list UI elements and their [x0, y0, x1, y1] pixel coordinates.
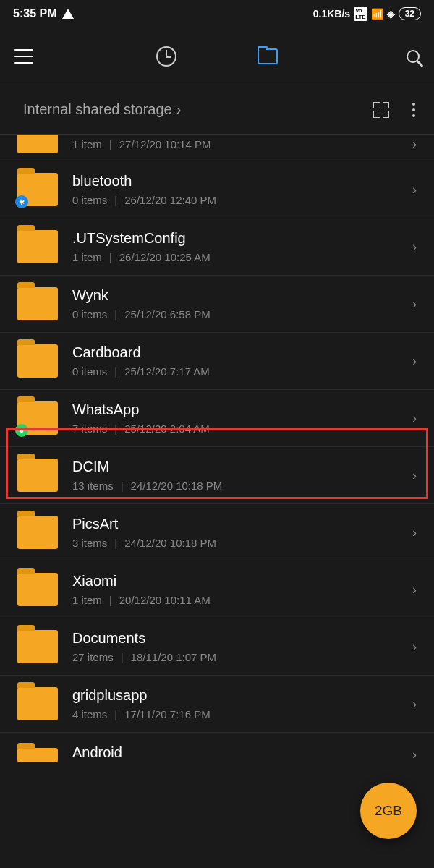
files-tab[interactable] [258, 48, 278, 64]
separator: | [114, 708, 117, 720]
chevron-right-icon: › [412, 182, 417, 197]
folder-date: 27/12/20 10:14 PM [119, 138, 211, 150]
folder-icon [17, 516, 58, 549]
chevron-right-icon: › [412, 411, 417, 426]
separator: | [114, 308, 117, 320]
folder-name: PicsArt [72, 516, 412, 532]
folder-item-count: 13 items [72, 480, 114, 492]
folder-icon: ● [17, 401, 58, 435]
breadcrumb-path: Internal shared storage [23, 101, 172, 118]
folder-item-count: 1 item [72, 138, 102, 150]
folder-info: bluetooth0 items|26/12/20 12:40 PM [72, 173, 412, 206]
folder-info: Android [72, 744, 412, 765]
folder-date: 26/12/20 12:40 PM [124, 194, 216, 206]
folder-name: Xiaomi [72, 573, 412, 590]
top-tab-bar [0, 27, 434, 85]
folder-row[interactable]: ●WhatsApp7 items|25/12/20 2:04 AM› [0, 390, 434, 447]
folder-name: gridplusapp [72, 687, 412, 704]
folder-date: 24/12/20 10:18 PM [124, 537, 216, 549]
signal-icon: 📶 [371, 8, 383, 20]
menu-button[interactable] [14, 49, 33, 64]
folder-meta: 0 items|25/12/20 6:58 PM [72, 308, 412, 320]
folder-info: Documents27 items|18/11/20 1:07 PM [72, 630, 412, 663]
folder-icon [17, 748, 58, 762]
separator: | [121, 480, 124, 492]
breadcrumb-bar: Internal shared storage › [0, 85, 434, 135]
battery-indicator: 32 [399, 7, 421, 20]
folder-icon [17, 287, 58, 320]
folder-info: Xiaomi1 item|20/12/20 10:11 AM [72, 573, 412, 606]
folder-row[interactable]: Wynk0 items|25/12/20 6:58 PM› [0, 276, 434, 333]
folder-item-count: 0 items [72, 365, 107, 378]
chevron-right-icon: › [412, 354, 417, 369]
folder-info: 1 item|27/12/20 10:14 PM [72, 138, 412, 150]
folder-date: 26/12/20 10:25 AM [119, 251, 210, 263]
folder-meta: 1 item|27/12/20 10:14 PM [72, 138, 412, 150]
status-time: 5:35 PM [13, 7, 56, 20]
folder-meta: 1 item|26/12/20 10:25 AM [72, 251, 412, 263]
folder-icon [17, 344, 58, 378]
folder-icon [17, 573, 58, 606]
folder-item-count: 27 items [72, 651, 114, 663]
volte-icon: VoLTE [354, 7, 367, 21]
folder-meta: 4 items|17/11/20 7:16 PM [72, 708, 412, 720]
folder-date: 25/12/20 6:58 PM [124, 308, 210, 320]
folder-info: Cardboard0 items|25/12/20 7:17 AM [72, 344, 412, 378]
chevron-right-icon: › [412, 582, 417, 597]
folder-icon [17, 687, 58, 720]
separator: | [109, 594, 112, 606]
folder-item-count: 1 item [72, 251, 102, 263]
separator: | [114, 422, 117, 435]
folder-meta: 0 items|25/12/20 7:17 AM [72, 365, 412, 378]
separator: | [114, 365, 117, 378]
chevron-right-icon: › [176, 101, 182, 118]
folder-info: PicsArt3 items|24/12/20 10:18 PM [72, 516, 412, 549]
chevron-right-icon: › [412, 697, 417, 712]
chevron-right-icon: › [412, 639, 417, 655]
separator: | [109, 138, 112, 150]
folder-name: Android [72, 744, 412, 761]
folder-info: DCIM13 items|24/12/20 10:18 PM [72, 459, 412, 492]
folder-item-count: 4 items [72, 708, 107, 720]
folder-item-count: 0 items [72, 194, 107, 206]
folder-row[interactable]: DCIM13 items|24/12/20 10:18 PM› [0, 447, 434, 504]
folder-info: gridplusapp4 items|17/11/20 7:16 PM [72, 687, 412, 720]
more-options-button[interactable] [412, 103, 415, 117]
notification-icon [62, 9, 74, 19]
separator: | [109, 251, 112, 263]
folder-row[interactable]: ✱bluetooth0 items|26/12/20 12:40 PM› [0, 161, 434, 218]
search-button[interactable] [407, 50, 420, 63]
folder-row[interactable]: .UTSystemConfig1 item|26/12/20 10:25 AM› [0, 218, 434, 276]
whatsapp-badge-icon: ● [15, 424, 28, 437]
separator: | [114, 537, 117, 549]
wifi-icon: ◈ [387, 8, 395, 20]
separator: | [114, 194, 117, 206]
folder-date: 20/12/20 10:11 AM [119, 594, 210, 606]
folder-row[interactable]: Android› [0, 733, 434, 765]
folder-row[interactable]: PicsArt3 items|24/12/20 10:18 PM› [0, 504, 434, 561]
folder-row[interactable]: gridplusapp4 items|17/11/20 7:16 PM› [0, 676, 434, 733]
folder-icon [17, 135, 58, 153]
chevron-right-icon: › [412, 468, 417, 483]
recent-tab[interactable] [156, 46, 176, 67]
folder-name: Cardboard [72, 344, 412, 361]
folder-meta: 3 items|24/12/20 10:18 PM [72, 537, 412, 549]
folder-meta: 27 items|18/11/20 1:07 PM [72, 651, 412, 663]
folder-date: 24/12/20 10:18 PM [131, 480, 223, 492]
folder-row[interactable]: Xiaomi1 item|20/12/20 10:11 AM› [0, 561, 434, 618]
storage-cleaner-fab[interactable]: 2GB [360, 783, 417, 839]
folder-row[interactable]: Cardboard0 items|25/12/20 7:17 AM› [0, 333, 434, 390]
folder-info: Wynk0 items|25/12/20 6:58 PM [72, 287, 412, 320]
folder-icon [17, 459, 58, 492]
folder-icon [17, 230, 58, 263]
folder-date: 25/12/20 7:17 AM [124, 365, 210, 378]
separator: | [121, 651, 124, 663]
folder-row[interactable]: 1 item|27/12/20 10:14 PM› [0, 135, 434, 161]
folder-row[interactable]: Documents27 items|18/11/20 1:07 PM› [0, 618, 434, 676]
grid-view-button[interactable] [373, 102, 389, 118]
breadcrumb[interactable]: Internal shared storage › [23, 101, 181, 118]
folder-name: bluetooth [72, 173, 412, 190]
folder-date: 25/12/20 2:04 AM [124, 422, 210, 435]
folder-meta: 13 items|24/12/20 10:18 PM [72, 480, 412, 492]
folder-icon: ✱ [17, 173, 58, 206]
